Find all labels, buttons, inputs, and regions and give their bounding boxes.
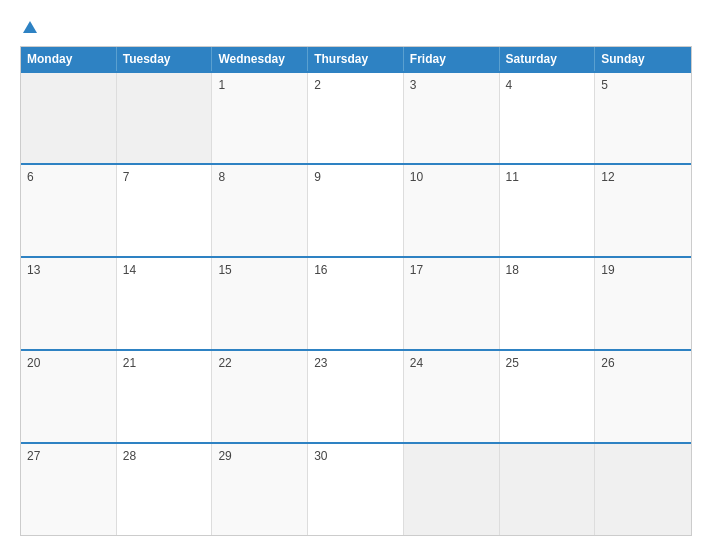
header (20, 18, 692, 36)
day-number: 17 (410, 263, 423, 277)
calendar-cell (500, 444, 596, 535)
calendar-cell (21, 73, 117, 164)
calendar: MondayTuesdayWednesdayThursdayFridaySatu… (20, 46, 692, 536)
logo-triangle-icon (23, 21, 37, 33)
calendar-cell: 14 (117, 258, 213, 349)
day-number: 4 (506, 78, 513, 92)
day-number: 3 (410, 78, 417, 92)
calendar-cell: 3 (404, 73, 500, 164)
calendar-week-3: 13141516171819 (21, 256, 691, 349)
calendar-cell: 24 (404, 351, 500, 442)
logo (20, 18, 37, 36)
day-number: 2 (314, 78, 321, 92)
calendar-cell: 6 (21, 165, 117, 256)
calendar-cell: 25 (500, 351, 596, 442)
calendar-cell: 26 (595, 351, 691, 442)
day-number: 21 (123, 356, 136, 370)
header-day-saturday: Saturday (500, 47, 596, 71)
day-number: 22 (218, 356, 231, 370)
logo-general (20, 18, 37, 36)
header-day-sunday: Sunday (595, 47, 691, 71)
calendar-cell: 15 (212, 258, 308, 349)
day-number: 16 (314, 263, 327, 277)
calendar-week-1: 12345 (21, 71, 691, 164)
day-number: 19 (601, 263, 614, 277)
day-number: 25 (506, 356, 519, 370)
calendar-cell: 12 (595, 165, 691, 256)
calendar-cell: 13 (21, 258, 117, 349)
calendar-cell: 20 (21, 351, 117, 442)
calendar-cell: 29 (212, 444, 308, 535)
header-day-thursday: Thursday (308, 47, 404, 71)
day-number: 20 (27, 356, 40, 370)
day-number: 12 (601, 170, 614, 184)
calendar-cell: 5 (595, 73, 691, 164)
calendar-cell: 30 (308, 444, 404, 535)
day-number: 29 (218, 449, 231, 463)
calendar-cell: 27 (21, 444, 117, 535)
calendar-cell: 10 (404, 165, 500, 256)
calendar-cell: 1 (212, 73, 308, 164)
calendar-cell: 19 (595, 258, 691, 349)
day-number: 10 (410, 170, 423, 184)
day-number: 24 (410, 356, 423, 370)
day-number: 5 (601, 78, 608, 92)
calendar-cell: 22 (212, 351, 308, 442)
calendar-cell: 8 (212, 165, 308, 256)
header-day-friday: Friday (404, 47, 500, 71)
calendar-week-2: 6789101112 (21, 163, 691, 256)
day-number: 15 (218, 263, 231, 277)
calendar-cell: 18 (500, 258, 596, 349)
day-number: 27 (27, 449, 40, 463)
calendar-week-5: 27282930 (21, 442, 691, 535)
day-number: 26 (601, 356, 614, 370)
header-day-wednesday: Wednesday (212, 47, 308, 71)
day-number: 1 (218, 78, 225, 92)
day-number: 14 (123, 263, 136, 277)
header-day-monday: Monday (21, 47, 117, 71)
calendar-cell: 7 (117, 165, 213, 256)
calendar-cell (404, 444, 500, 535)
day-number: 13 (27, 263, 40, 277)
day-number: 23 (314, 356, 327, 370)
calendar-cell: 2 (308, 73, 404, 164)
calendar-cell: 28 (117, 444, 213, 535)
calendar-cell: 17 (404, 258, 500, 349)
calendar-header: MondayTuesdayWednesdayThursdayFridaySatu… (21, 47, 691, 71)
calendar-cell: 23 (308, 351, 404, 442)
day-number: 7 (123, 170, 130, 184)
day-number: 18 (506, 263, 519, 277)
day-number: 28 (123, 449, 136, 463)
day-number: 11 (506, 170, 519, 184)
header-day-tuesday: Tuesday (117, 47, 213, 71)
day-number: 8 (218, 170, 225, 184)
calendar-body: 1234567891011121314151617181920212223242… (21, 71, 691, 535)
calendar-cell: 16 (308, 258, 404, 349)
calendar-week-4: 20212223242526 (21, 349, 691, 442)
day-number: 9 (314, 170, 321, 184)
calendar-cell (117, 73, 213, 164)
calendar-cell (595, 444, 691, 535)
day-number: 30 (314, 449, 327, 463)
calendar-cell: 9 (308, 165, 404, 256)
day-number: 6 (27, 170, 34, 184)
calendar-cell: 21 (117, 351, 213, 442)
calendar-cell: 4 (500, 73, 596, 164)
calendar-cell: 11 (500, 165, 596, 256)
calendar-page: MondayTuesdayWednesdayThursdayFridaySatu… (0, 0, 712, 550)
